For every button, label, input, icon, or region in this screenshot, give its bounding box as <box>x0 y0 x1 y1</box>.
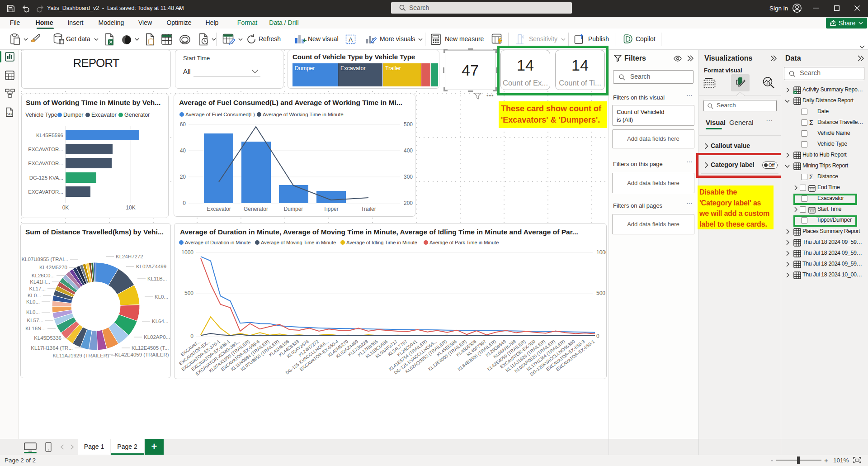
svg-text:500: 500 <box>404 121 413 128</box>
svg-text:0K: 0K <box>62 204 69 211</box>
svg-text:Average of Fuel Consumed(L) an: Average of Fuel Consumed(L) and Average … <box>179 99 402 106</box>
svg-text:KL26C0...: KL26C0... <box>32 273 55 278</box>
svg-text:1000: 1000 <box>596 249 606 256</box>
svg-text:KL0...: KL0... <box>155 294 168 300</box>
svg-text:Average of Moving Time in Minu: Average of Moving Time in Minute <box>261 240 336 245</box>
svg-text:60: 60 <box>180 121 186 128</box>
svg-text:Average of Idling Time in Minu: Average of Idling Time in Minute <box>346 240 417 245</box>
svg-text:KL17...: KL17... <box>29 286 46 291</box>
svg-text:500: 500 <box>184 290 193 296</box>
svg-text:KL0...: KL0... <box>26 309 40 315</box>
svg-text:20: 20 <box>180 174 186 180</box>
svg-text:DAX: DAX <box>6 113 13 116</box>
svg-text:Sum of Working Time in Minute: Sum of Working Time in Minute by Veh... <box>26 99 160 106</box>
svg-text:EXCAVATOR...: EXCAVATOR... <box>28 161 63 166</box>
svg-text:KL41H...: KL41H... <box>30 279 50 285</box>
svg-text:DG-125 KVA...: DG-125 KVA... <box>29 175 63 181</box>
svg-text:KL0...: KL0... <box>26 299 40 304</box>
svg-text:400: 400 <box>404 147 413 154</box>
svg-text:Generator: Generator <box>124 112 150 118</box>
svg-text:Trailer: Trailer <box>361 206 376 212</box>
svg-text:A: A <box>349 36 353 43</box>
svg-text:KL42M5270: KL42M5270 <box>39 265 67 270</box>
svg-text:Average of Fuel Consumed(L): Average of Fuel Consumed(L) <box>185 112 255 117</box>
svg-text:Sum of Distance Travelled(kms): Sum of Distance Travelled(kms) by Vehi..… <box>25 228 164 236</box>
svg-text:KL42E4059 (TRAILER): KL42E4059 (TRAILER) <box>115 352 169 357</box>
svg-text:Average of Working Time in Min: Average of Working Time in Minute <box>263 112 344 117</box>
svg-text:40: 40 <box>180 147 186 154</box>
svg-text:KL45D5336: KL45D5336 <box>34 335 61 341</box>
svg-text:EXCAVATOR...: EXCAVATOR... <box>28 147 63 152</box>
svg-text:KL11B...: KL11B... <box>147 276 167 281</box>
svg-text:EXCAVATOR...: EXCAVATOR... <box>28 189 63 195</box>
svg-text:Average of Park Time in Minute: Average of Park Time in Minute <box>429 240 499 245</box>
svg-text:KL24H7272: KL24H7272 <box>116 254 143 259</box>
svg-text:KL11AJ1929 (TRAILER): KL11AJ1929 (TRAILER) <box>53 353 109 358</box>
svg-text:KL17H1364 (TR...: KL17H1364 (TR... <box>31 345 73 351</box>
svg-text:KL02AZ4499: KL02AZ4499 <box>136 264 166 269</box>
svg-text:0: 0 <box>596 333 599 339</box>
svg-text:200: 200 <box>404 200 413 206</box>
svg-text:Dumper: Dumper <box>284 206 303 212</box>
svg-text:KL64...: KL64... <box>152 319 168 324</box>
svg-text:0: 0 <box>190 333 193 339</box>
svg-text:10K: 10K <box>126 204 135 211</box>
svg-text:1000: 1000 <box>181 249 193 256</box>
svg-text:KL02AP0...: KL02AP0... <box>144 334 170 340</box>
svg-text:Excavator: Excavator <box>207 206 231 212</box>
svg-text:Average of Duration in Minute: Average of Duration in Minute <box>185 240 250 245</box>
svg-text:KL12E4505 (T...: KL12E4505 (T... <box>132 345 169 351</box>
svg-text:300: 300 <box>404 174 413 180</box>
svg-text:KL45E5596: KL45E5596 <box>36 133 63 138</box>
svg-text:KL16N...: KL16N... <box>25 326 46 331</box>
svg-text:500: 500 <box>596 290 605 296</box>
svg-text:KL57...: KL57... <box>27 318 43 323</box>
svg-text:KL07U8955 (TRAI...: KL07U8955 (TRAI... <box>21 257 68 262</box>
svg-text:Average of Duration in Minute,: Average of Duration in Minute, Average o… <box>180 228 578 236</box>
svg-text:Generator: Generator <box>244 206 268 212</box>
svg-text:Tipper: Tipper <box>323 206 339 212</box>
svg-text:Vehicle Type: Vehicle Type <box>25 112 57 118</box>
svg-text:KL0...: KL0... <box>28 293 41 298</box>
svg-text:0: 0 <box>183 200 186 206</box>
svg-text:Excavator: Excavator <box>91 112 117 118</box>
svg-text:Dumper: Dumper <box>63 112 83 118</box>
